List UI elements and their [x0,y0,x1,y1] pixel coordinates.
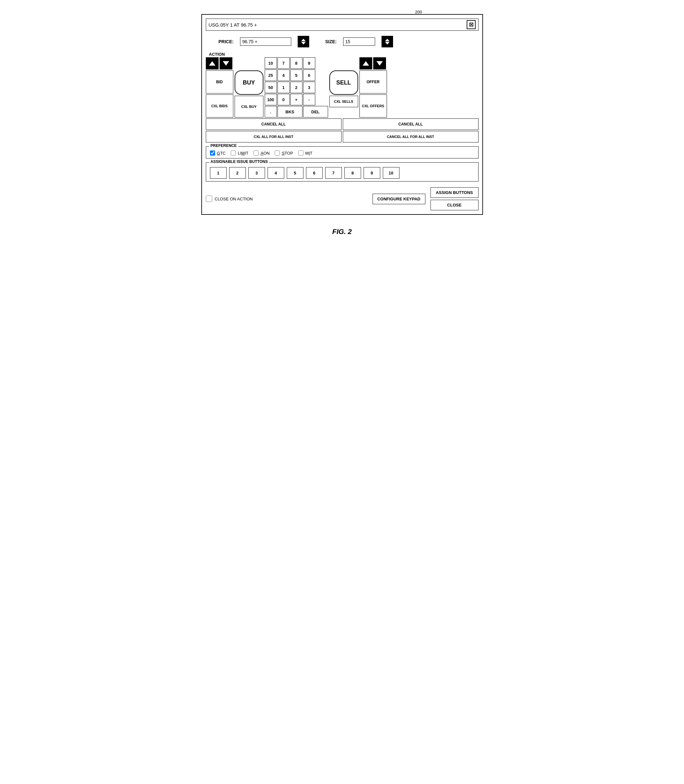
key-50[interactable]: 50 [265,82,277,93]
assign-btn-1[interactable]: 1 [210,167,227,179]
stop-label: STOP [282,151,293,156]
preference-label: PREFERENCE [209,144,238,148]
close-on-action-label: CLOSE ON ACTION [215,197,253,202]
key-bks[interactable]: BKS [277,106,302,118]
key-9[interactable]: 9 [303,57,315,69]
title-bar: USG.05Y 1 AT 96.75 + ☒ [206,19,479,31]
assign-btn-8[interactable]: 8 [344,167,361,179]
key-minus[interactable]: - [303,94,315,105]
assign-btn-7[interactable]: 7 [325,167,342,179]
gtc-checkbox[interactable] [210,150,215,156]
right-up-button[interactable] [360,57,372,69]
assign-btn-6[interactable]: 6 [306,167,323,179]
key-100[interactable]: 100 [265,94,277,105]
price-input[interactable] [240,37,291,46]
buy-button[interactable]: BUY [235,71,263,95]
close-on-action-checkbox[interactable] [206,195,212,202]
key-1[interactable]: 1 [277,82,290,93]
key-2[interactable]: 2 [290,82,302,93]
pref-aon: AON [253,150,269,156]
cxl-all-inst-left-button[interactable]: CXL ALL FOR ALL INST [206,131,342,142]
action-label: ACTION [209,52,479,56]
key-10[interactable]: 10 [265,57,277,69]
key-8[interactable]: 8 [290,57,302,69]
stop-checkbox[interactable] [274,150,280,156]
key-plus[interactable]: + [290,94,302,105]
bid-button[interactable]: BID [206,71,233,94]
key-5[interactable]: 5 [290,69,302,81]
key-4[interactable]: 4 [277,69,290,81]
close-on-action-group: CLOSE ON ACTION [206,195,253,202]
key-25[interactable]: 25 [265,69,277,81]
right-down-arrow-icon [376,61,383,66]
action-down-button[interactable] [219,57,232,69]
price-label: PRICE: [219,39,234,44]
right-down-button[interactable] [373,57,386,69]
preference-row: GTC LIMIT AON STOP MIT [210,149,474,156]
assign-btn-4[interactable]: 4 [268,167,284,179]
aon-label: AON [261,151,269,156]
aon-checkbox[interactable] [253,150,259,156]
cxl-bids-button[interactable]: CXL BIDS [206,94,233,118]
assignable-label: ASSIGNABLE ISSUE BUTTONS [209,160,269,164]
assign-btn-5[interactable]: 5 [287,167,303,179]
cancel-all-right-button[interactable]: CANCEL ALL [343,118,479,130]
up-arrow-icon [209,61,215,66]
right-up-arrow-icon [363,61,369,66]
assign-btn-10[interactable]: 10 [383,167,400,179]
price-up-arrow [301,39,306,41]
mit-label: MIT [305,151,312,156]
limit-checkbox[interactable] [231,150,236,156]
price-size-row: PRICE: SIZE: [206,36,479,47]
action-up-button[interactable] [206,57,219,69]
key-7[interactable]: 7 [277,57,290,69]
fig-caption: FIG. 2 [332,227,352,236]
sell-button[interactable]: SELL [329,71,358,95]
key-3[interactable]: 3 [303,82,315,93]
price-spinner[interactable] [298,36,309,47]
mit-checkbox[interactable] [298,150,303,156]
key-dot[interactable]: . [265,106,277,118]
limit-label: LIMIT [238,151,248,156]
offer-button[interactable]: OFFER [360,71,387,94]
down-arrow-icon [223,61,229,66]
preference-section: PREFERENCE GTC LIMIT AON STOP [206,146,479,158]
close-button[interactable]: CLOSE [431,200,479,210]
assign-btn-2[interactable]: 2 [229,167,246,179]
main-window: USG.05Y 1 AT 96.75 + ☒ PRICE: SIZE: ACTI… [201,14,483,215]
cxl-sells-button[interactable]: CXL SELLS [329,96,358,107]
cxl-buy-button[interactable]: CXL BUY [235,96,263,118]
pref-limit: LIMIT [231,150,248,156]
price-down-arrow [301,42,306,45]
cxl-all-inst-right-button[interactable]: CANCEL ALL FOR ALL INST [343,131,479,142]
pref-stop: STOP [274,150,293,156]
assignable-buttons-row: 1 2 3 4 5 6 7 8 9 10 [210,165,474,179]
size-label: SIZE: [325,39,337,44]
size-input[interactable] [343,37,375,46]
window-title: USG.05Y 1 AT 96.75 + [209,22,257,27]
assignable-section: ASSIGNABLE ISSUE BUTTONS 1 2 3 4 5 6 7 8… [206,162,479,182]
assign-btn-9[interactable]: 9 [364,167,380,179]
cxl-offers-button[interactable]: CXL OFFERS [360,94,387,118]
size-spinner[interactable] [382,36,393,47]
gtc-label: GTC [217,151,226,156]
ref-200: 200 [415,10,422,15]
assign-btn-3[interactable]: 3 [248,167,265,179]
window-close-button[interactable]: ☒ [467,20,476,29]
pref-gtc: GTC [210,150,226,156]
size-up-arrow [385,39,390,41]
bottom-row: CLOSE ON ACTION CONFIGURE KEYPAD ASSIGN … [206,187,479,210]
cancel-all-left-button[interactable]: CANCEL ALL [206,118,342,130]
assign-buttons-button[interactable]: ASSIGN BUTTONS [431,187,479,198]
configure-keypad-button[interactable]: CONFIGURE KEYPAD [373,194,425,204]
key-del[interactable]: DEL [303,106,328,118]
pref-mit: MIT [298,150,312,156]
size-down-arrow [385,42,390,45]
key-0[interactable]: 0 [277,94,290,105]
key-6[interactable]: 6 [303,69,315,81]
right-bottom-buttons: ASSIGN BUTTONS CLOSE [431,187,479,210]
